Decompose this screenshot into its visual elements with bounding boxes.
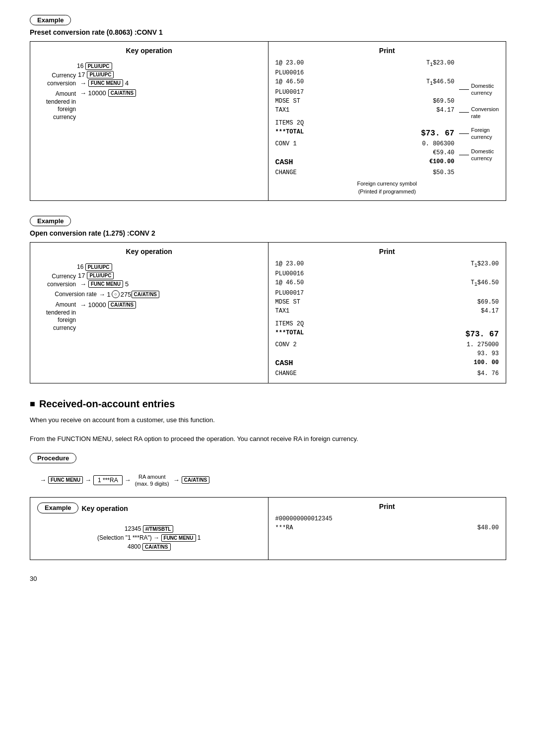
- example3-print-header: Print: [275, 503, 499, 510]
- flow-arrow-3: →: [125, 476, 131, 484]
- ca-at-ns-btn-1: CA/AT/NS: [108, 89, 136, 97]
- example1-title: Preset conversion rate (0.8063) :CONV 1: [30, 28, 506, 36]
- amount-label: Amounttendered inforeign currency: [37, 89, 76, 121]
- func-menu-btn-3: FUNC MENU: [161, 534, 196, 542]
- heading-text: Received-on-account entries: [39, 398, 175, 410]
- example1-print-header: Print: [275, 47, 499, 55]
- ca-at-ns-btn-2: CA/AT/NS: [132, 291, 159, 298]
- example3-print-col: Print #000000000012345 ***RA $48.00: [268, 498, 506, 560]
- example3-receipt: #000000000012345 ***RA $48.00: [275, 514, 499, 532]
- example2-keyop-diagram: 16 PLU/UPC Currencyconversion 17 PLU/UPC…: [37, 259, 261, 336]
- ca-at-ns-btn-3: CA/AT/NS: [108, 301, 136, 309]
- example2-receipt: 1@ 23.00 T1$23.00 PLU00016 1@ 46.50 T1$4…: [275, 259, 499, 378]
- received-on-account-section: Received-on-account entries When you rec…: [30, 398, 506, 560]
- example2-section: Example Open conversion rate (1.275) :CO…: [30, 216, 506, 383]
- example1-keyop-header: Key operation: [37, 47, 261, 55]
- procedure-badge: Procedure: [30, 453, 76, 463]
- example1-print-area: 1@ 23.00 T1$23.00 PLU00016 1@ 46.50 T1$4…: [275, 59, 499, 177]
- section-heading: Received-on-account entries: [30, 398, 506, 410]
- example3-table: Example Key operation 12345 #/TM/SBTL (S…: [30, 497, 506, 560]
- example1-print-col: Print 1@ 23.00 T1$23.00 PLU00016 1@ 46.5…: [268, 42, 506, 200]
- example1-table: Key operation 16 PLU/UPC Currencyconvers…: [30, 41, 506, 201]
- flow-arrow-1: →: [40, 476, 46, 484]
- example3-keyop-diagram: 12345 #/TM/SBTL (Selection "1 ***RA") → …: [37, 521, 261, 555]
- plu-upc-btn-3: PLU/UPC: [85, 263, 112, 271]
- func-menu-btn-2: FUNC MENU: [88, 280, 123, 288]
- ca-at-ns-btn-flow: CA/AT/NS: [182, 476, 209, 484]
- page-number: 30: [30, 575, 506, 582]
- flow-arrow-2: →: [85, 476, 91, 484]
- ra-paren: 1 ***RA: [93, 475, 123, 485]
- ca-at-ns-btn-4: CA/AT/NS: [142, 543, 170, 551]
- func-menu-btn-flow: FUNC MENU: [48, 476, 83, 484]
- desc2: From the FUNCTION MENU, select RA option…: [30, 434, 506, 444]
- example2-title: Open conversion rate (1.275) :CONV 2: [30, 229, 506, 237]
- procedure-flow: → FUNC MENU → 1 ***RA → RA amount (max. …: [40, 473, 506, 488]
- example3-badge: Example: [37, 503, 78, 513]
- currency-label: Currencyconversion: [37, 71, 76, 87]
- example3-keyop-header: Key operation: [81, 503, 128, 512]
- example3-keyop-col: Example Key operation 12345 #/TM/SBTL (S…: [30, 498, 268, 560]
- example3-section: Example Key operation 12345 #/TM/SBTL (S…: [30, 497, 506, 560]
- foreign-note: Foreign currency symbol(Printed if progr…: [275, 180, 499, 195]
- desc1: When you receive on account from a custo…: [30, 415, 506, 426]
- example2-keyop-col: Key operation 16 PLU/UPC Currencyconvers…: [30, 243, 268, 383]
- plu-upc-btn-1: PLU/UPC: [85, 63, 112, 70]
- example2-table: Key operation 16 PLU/UPC Currencyconvers…: [30, 242, 506, 383]
- example2-print-col: Print 1@ 23.00 T1$23.00 PLU00016 1@ 46.5…: [268, 243, 506, 383]
- ra-amount-label: RA amount (max. 9 digits): [135, 473, 169, 488]
- example1-badge: Example: [30, 15, 71, 25]
- hash-tm-sbtl-btn: #/TM/SBTL: [143, 525, 174, 533]
- plu-upc-btn-2: PLU/UPC: [87, 71, 114, 78]
- example1-keyop-diagram: 16 PLU/UPC Currencyconversion 17 PLU/UPC…: [37, 59, 261, 126]
- example1-labels: Domesticcurrency Conversionrate Foreignc…: [459, 59, 499, 162]
- example1-keyop-col: Key operation 16 PLU/UPC Currencyconvers…: [30, 42, 268, 200]
- example2-print-header: Print: [275, 248, 499, 255]
- plu-upc-btn-4: PLU/UPC: [87, 272, 114, 279]
- func-menu-btn-1: FUNC MENU: [88, 79, 123, 87]
- example2-keyop-header: Key operation: [37, 248, 261, 255]
- example2-badge: Example: [30, 216, 71, 226]
- example1-section: Example Preset conversion rate (0.8063) …: [30, 15, 506, 201]
- flow-arrow-4: →: [173, 476, 180, 484]
